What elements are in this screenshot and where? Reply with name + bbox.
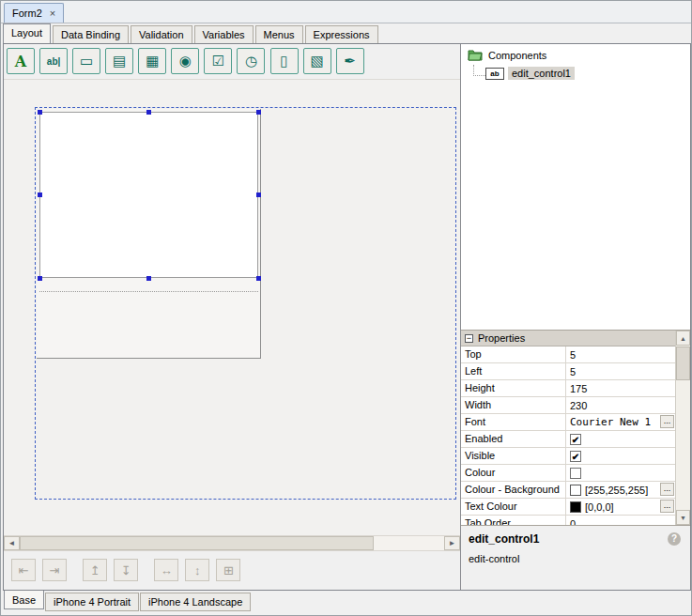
property-row-width: Width 230 [461, 397, 675, 414]
button-tool-icon: ▭ [80, 53, 93, 69]
selection-handle-ne[interactable] [256, 110, 261, 115]
scroll-down-icon[interactable]: ▼ [676, 510, 690, 525]
design-canvas[interactable] [4, 80, 460, 535]
property-label: Colour [461, 465, 566, 481]
font-value[interactable]: Courier New 1 [570, 416, 651, 428]
view-tab-strip: Base iPhone 4 Portrait iPhone 4 Landscap… [1, 591, 691, 616]
selection-handle-s[interactable] [146, 276, 151, 281]
selection-handle-nw[interactable] [38, 110, 42, 115]
text-colour-swatch[interactable] [570, 501, 581, 513]
selected-control-info: edit_control1 ? edit-control [461, 525, 690, 590]
align-bottoms-button[interactable]: ↧ [114, 559, 138, 581]
tab-variables[interactable]: Variables [194, 25, 254, 43]
properties-vertical-scrollbar[interactable]: ▲ ▼ [675, 331, 690, 525]
align-tops-button[interactable]: ↥ [83, 559, 107, 581]
property-value[interactable]: [0,0,0] ... [566, 499, 675, 515]
property-row-colour-background: Colour - Background [255,255,255] ... [461, 482, 675, 499]
folder-icon[interactable] [468, 49, 483, 61]
tab-menus[interactable]: Menus [255, 25, 303, 43]
tab-iphone4-landscape[interactable]: iPhone 4 Landscape [140, 593, 251, 611]
checkbox-tool-button[interactable]: ☑ [204, 48, 232, 74]
align-left-edges-button[interactable]: ⇤ [11, 559, 36, 581]
grid-tool-button[interactable]: ▦ [138, 48, 166, 74]
tab-data-binding[interactable]: Data Binding [53, 25, 129, 43]
property-value[interactable]: 230 [566, 397, 675, 413]
property-row-top: Top 5 [461, 346, 675, 363]
datetime-picker-tool-button[interactable]: ◷ [237, 48, 265, 74]
button-tool-button[interactable]: ▭ [72, 48, 100, 74]
scroll-left-icon[interactable]: ◄ [4, 536, 20, 550]
property-label: Colour - Background [461, 482, 566, 498]
center-horizontally-button[interactable]: ↔ [154, 559, 178, 581]
label-tool-button[interactable]: A [7, 48, 35, 74]
selection-handle-e[interactable] [256, 192, 261, 197]
property-row-visible: Visible ✔ [461, 448, 675, 465]
scroll-right-icon[interactable]: ► [444, 536, 460, 550]
center-vertically-icon: ↕ [194, 563, 201, 578]
edit-control-tool-button[interactable]: ab| [39, 48, 68, 74]
tab-iphone4-portrait[interactable]: iPhone 4 Portrait [45, 593, 139, 611]
align-right-edges-button[interactable]: ⇥ [42, 559, 67, 581]
signature-tool-button[interactable]: ✒ [336, 48, 364, 74]
horizontal-scroll-thumb[interactable] [20, 536, 374, 550]
selection-handle-n[interactable] [146, 110, 151, 115]
property-row-height: Height 175 [461, 380, 675, 397]
scroll-up-icon[interactable]: ▲ [676, 331, 690, 346]
properties-title: Properties [478, 332, 525, 344]
doc-tab-strip: Layout Data Binding Validation Variables… [1, 23, 691, 43]
tab-layout[interactable]: Layout [3, 23, 51, 43]
edit-control-on-canvas[interactable] [39, 112, 258, 278]
center-in-window-button[interactable]: ⊞ [216, 559, 240, 581]
canvas-horizontal-scrollbar[interactable]: ◄ ► [4, 535, 460, 551]
colour-checkbox[interactable] [570, 468, 581, 479]
selection-handle-w[interactable] [38, 192, 42, 197]
spacer-tool-button[interactable]: ▯ [270, 48, 299, 74]
properties-grid: Top 5 Left 5 Height 175 Width 230 [461, 346, 675, 525]
tree-item-label[interactable]: edit_control1 [508, 67, 575, 80]
ellipsis-button[interactable]: ... [660, 500, 674, 513]
image-tool-button[interactable]: ▧ [303, 48, 331, 74]
background-colour-swatch[interactable] [570, 485, 581, 496]
tab-base[interactable]: Base [4, 591, 44, 609]
form-tab-label: Form2 [12, 8, 42, 19]
radio-button-tool-button[interactable]: ◉ [171, 48, 199, 74]
center-vertically-button[interactable]: ↕ [185, 559, 209, 581]
property-value[interactable]: 5 [566, 363, 675, 379]
property-row-font: Font Courier New 1 ... [461, 414, 675, 431]
property-label: Height [461, 380, 566, 396]
help-icon[interactable]: ? [668, 532, 681, 546]
radio-button-tool-icon: ◉ [179, 53, 192, 69]
property-value[interactable]: [255,255,255] ... [566, 482, 675, 498]
align-bottoms-icon: ↧ [121, 563, 131, 578]
selection-handle-se[interactable] [256, 276, 261, 281]
property-value[interactable]: 0 [566, 516, 675, 525]
tab-validation[interactable]: Validation [131, 25, 192, 43]
property-value[interactable]: 175 [566, 380, 675, 396]
property-value: ✔ [566, 448, 675, 464]
selection-handle-sw[interactable] [38, 276, 42, 281]
property-row-tab-order: Tab Order 0 [461, 516, 675, 525]
text-colour-value[interactable]: [0,0,0] [585, 501, 614, 513]
form-tab-strip: Form2 × [1, 1, 691, 23]
property-label: Visible [461, 448, 566, 464]
property-row-left: Left 5 [461, 363, 675, 380]
property-value[interactable]: 5 [566, 346, 675, 362]
edit-control-icon: ab [485, 68, 504, 80]
visible-checkbox[interactable]: ✔ [570, 451, 581, 462]
tree-item-edit-control1[interactable]: ab edit_control1 [485, 67, 690, 80]
property-value[interactable]: Courier New 1 ... [566, 414, 675, 430]
close-icon[interactable]: × [50, 8, 55, 19]
ellipsis-button[interactable]: ... [660, 415, 674, 428]
combobox-tool-button[interactable]: ▤ [105, 48, 133, 74]
property-value: ✔ [566, 431, 675, 447]
property-row-text-colour: Text Colour [0,0,0] ... [461, 499, 675, 516]
enabled-checkbox[interactable]: ✔ [570, 434, 581, 445]
tab-expressions[interactable]: Expressions [305, 25, 378, 43]
property-label: Text Colour [461, 499, 566, 515]
form-tab[interactable]: Form2 × [4, 3, 64, 23]
vertical-scroll-thumb[interactable] [676, 346, 690, 380]
background-colour-value[interactable]: [255,255,255] [585, 485, 648, 496]
collapse-icon[interactable]: − [465, 334, 473, 343]
property-row-colour: Colour [461, 465, 675, 482]
ellipsis-button[interactable]: ... [660, 483, 674, 496]
